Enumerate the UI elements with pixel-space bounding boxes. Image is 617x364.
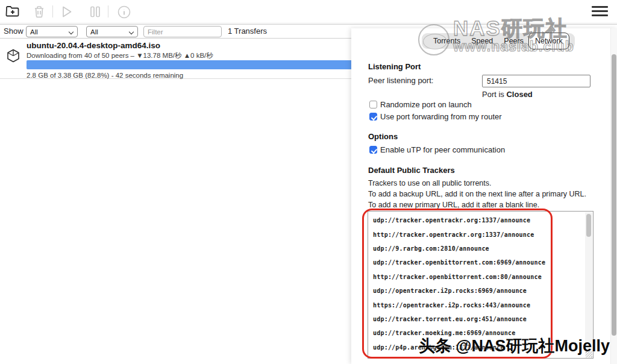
port-forwarding-checkbox[interactable] — [369, 113, 377, 121]
tab-network[interactable]: Network — [528, 33, 569, 49]
listening-port-heading: Listening Port — [368, 62, 421, 71]
state-filter-select[interactable]: All — [26, 26, 78, 37]
transmission-web-app: Show All All 1 Transfers ubuntu-20.04.4-… — [0, 0, 617, 364]
utp-checkbox[interactable] — [369, 146, 377, 154]
show-label: Show — [4, 27, 23, 36]
textarea-scrollbar-thumb[interactable] — [586, 214, 591, 237]
trackers-desc-3: To add a new primary URL, add it after a… — [368, 201, 539, 209]
tracker-url: https://opentracker.i2p.rocks:443/announ… — [373, 298, 588, 312]
chevron-down-icon — [130, 30, 134, 34]
utp-row: Enable uTP for peer communication — [369, 145, 505, 154]
trackers-desc-2: To add a backup URL, add it on the next … — [368, 190, 586, 198]
tracker-url: udp://p4p.arenabg.com:1337/announce — [373, 340, 588, 354]
tab-torrents[interactable]: Torrents — [428, 34, 466, 48]
tracker-filter-select[interactable]: All — [86, 26, 138, 37]
transfers-count: 1 Transfers — [228, 27, 267, 36]
settings-tabs: Torrents Speed Peers Network — [422, 33, 575, 49]
add-torrent-icon[interactable] — [5, 5, 20, 18]
torrent-status: Downloading from 40 of 50 peers – ▼13.78… — [27, 51, 213, 60]
randomize-port-label: Randomize port on launch — [380, 100, 472, 109]
tracker-url: http://tracker.openbittorrent.com:80/ann… — [373, 270, 588, 284]
pause-torrent-icon[interactable] — [89, 5, 102, 19]
dialog-scrollbar[interactable] — [610, 28, 617, 364]
peer-listening-port-input[interactable] — [482, 75, 590, 87]
tracker-filter-value: All — [90, 28, 98, 36]
tracker-url: udp://opentracker.i2p.rocks:6969/announc… — [373, 284, 588, 298]
utp-label: Enable uTP for peer communication — [380, 145, 505, 154]
options-heading: Options — [368, 132, 398, 141]
port-status: Port is Closed — [482, 90, 533, 99]
port-status-prefix: Port is — [482, 90, 506, 99]
tracker-url: http://tracker.opentrackr.org:1337/annou… — [373, 227, 588, 241]
settings-dialog: Torrents Speed Peers Network Listening P… — [351, 28, 617, 364]
tracker-url: udp://tracker.opentrackr.org:1337/announ… — [373, 213, 588, 227]
tab-speed[interactable]: Speed — [466, 34, 498, 48]
trackers-desc-1: Trackers to use on all public torrents. — [368, 179, 492, 187]
remove-torrent-icon[interactable] — [33, 5, 46, 19]
torrent-details: 2.8 GB of 3.38 GB (82.8%) - 42 seconds r… — [27, 72, 183, 79]
tracker-url: udp://tracker.moeking.me:6969/announce — [373, 326, 588, 340]
tracker-list: udp://tracker.opentrackr.org:1337/announ… — [368, 212, 593, 354]
port-status-value: Closed — [506, 90, 532, 99]
toolbar-separator — [52, 5, 53, 17]
tab-peers[interactable]: Peers — [498, 34, 529, 48]
start-torrent-icon[interactable] — [60, 5, 74, 19]
peer-listening-port-label: Peer listening port: — [368, 76, 433, 85]
torrent-cube-icon — [6, 48, 20, 63]
trackers-textarea[interactable]: udp://tracker.opentrackr.org:1337/announ… — [368, 211, 594, 359]
textarea-scrollbar[interactable] — [585, 212, 592, 359]
textarea-resize-handle[interactable] — [586, 351, 592, 357]
randomize-port-row: Randomize port on launch — [369, 100, 472, 109]
dialog-scrollbar-thumb[interactable] — [612, 54, 616, 336]
default-trackers-heading: Default Public Trackers — [368, 166, 455, 175]
port-forwarding-label: Use port forwarding from my router — [380, 112, 502, 121]
filter-input[interactable] — [143, 26, 222, 37]
state-filter-value: All — [30, 28, 38, 36]
tracker-url: udp://9.rarbg.com:2810/announce — [373, 242, 588, 256]
chevron-down-icon — [69, 30, 74, 34]
port-forwarding-row: Use port forwarding from my router — [369, 112, 502, 121]
torrent-name: ubuntu-20.04.4-desktop-amd64.iso — [27, 41, 160, 50]
toolbar — [0, 0, 617, 24]
inspector-icon[interactable] — [117, 5, 131, 19]
hamburger-menu-icon[interactable] — [592, 6, 608, 17]
tracker-url: udp://tracker.openbittorrent.com:6969/an… — [373, 256, 588, 269]
tracker-url: udp://tracker.torrent.eu.org:451/announc… — [373, 312, 588, 326]
randomize-port-checkbox[interactable] — [369, 101, 377, 108]
toolbar-separator — [108, 5, 108, 17]
